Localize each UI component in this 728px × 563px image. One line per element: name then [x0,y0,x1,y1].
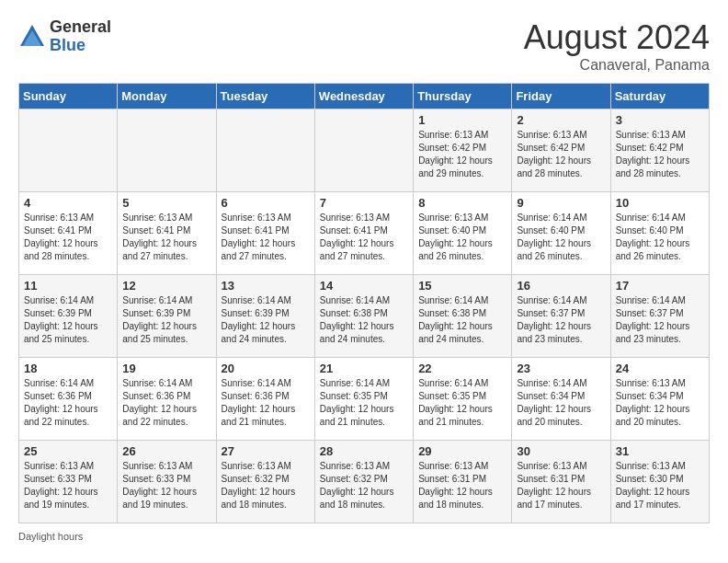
calendar-cell: 14Sunrise: 6:14 AM Sunset: 6:38 PM Dayli… [314,275,413,358]
calendar-week-row: 25Sunrise: 6:13 AM Sunset: 6:33 PM Dayli… [19,441,710,523]
day-number: 21 [320,362,408,375]
calendar-cell: 21Sunrise: 6:14 AM Sunset: 6:35 PM Dayli… [314,358,413,441]
day-header-saturday: Saturday [610,84,709,109]
calendar-week-row: 18Sunrise: 6:14 AM Sunset: 6:36 PM Dayli… [19,358,710,441]
day-info: Sunrise: 6:14 AM Sunset: 6:38 PM Dayligh… [418,294,506,346]
day-info: Sunrise: 6:13 AM Sunset: 6:42 PM Dayligh… [616,129,704,180]
day-info: Sunrise: 6:14 AM Sunset: 6:34 PM Dayligh… [517,377,605,429]
calendar-cell: 30Sunrise: 6:13 AM Sunset: 6:31 PM Dayli… [512,441,610,523]
calendar-cell [19,109,118,192]
day-info: Sunrise: 6:13 AM Sunset: 6:32 PM Dayligh… [320,460,408,511]
calendar-cell: 29Sunrise: 6:13 AM Sunset: 6:31 PM Dayli… [414,441,512,523]
day-number: 11 [24,279,112,293]
day-number: 5 [122,196,210,210]
location: Canaveral, Panama [524,57,710,74]
day-info: Sunrise: 6:14 AM Sunset: 6:36 PM Dayligh… [222,377,310,429]
title-block: August 2024 Canaveral, Panama [524,18,710,74]
day-info: Sunrise: 6:13 AM Sunset: 6:42 PM Dayligh… [517,129,605,180]
day-info: Sunrise: 6:13 AM Sunset: 6:40 PM Dayligh… [418,212,506,263]
day-info: Sunrise: 6:13 AM Sunset: 6:41 PM Dayligh… [320,212,408,263]
day-number: 13 [222,279,310,293]
day-header-sunday: Sunday [19,84,118,109]
day-number: 15 [418,279,506,293]
calendar-cell [118,109,216,192]
day-info: Sunrise: 6:14 AM Sunset: 6:36 PM Dayligh… [24,377,112,429]
calendar-cell: 2Sunrise: 6:13 AM Sunset: 6:42 PM Daylig… [512,109,610,192]
calendar-cell: 1Sunrise: 6:13 AM Sunset: 6:42 PM Daylig… [414,109,512,192]
calendar-table: SundayMondayTuesdayWednesdayThursdayFrid… [18,83,710,523]
day-info: Sunrise: 6:14 AM Sunset: 6:38 PM Dayligh… [320,294,408,346]
calendar-cell: 18Sunrise: 6:14 AM Sunset: 6:36 PM Dayli… [19,358,118,441]
day-info: Sunrise: 6:14 AM Sunset: 6:35 PM Dayligh… [320,377,408,429]
calendar-cell: 24Sunrise: 6:13 AM Sunset: 6:34 PM Dayli… [610,358,709,441]
day-info: Sunrise: 6:13 AM Sunset: 6:41 PM Dayligh… [24,212,112,263]
day-number: 18 [24,362,112,375]
day-number: 25 [24,444,112,458]
day-info: Sunrise: 6:14 AM Sunset: 6:37 PM Dayligh… [517,294,605,346]
day-number: 17 [616,279,704,293]
day-header-thursday: Thursday [414,84,512,109]
calendar-cell: 20Sunrise: 6:14 AM Sunset: 6:36 PM Dayli… [216,358,314,441]
calendar-cell: 26Sunrise: 6:13 AM Sunset: 6:33 PM Dayli… [118,441,216,523]
page-header: General Blue August 2024 Canaveral, Pana… [18,18,710,74]
day-number: 28 [320,444,408,458]
calendar-cell: 19Sunrise: 6:14 AM Sunset: 6:36 PM Dayli… [118,358,216,441]
day-number: 8 [418,196,506,210]
day-number: 24 [616,362,704,375]
day-number: 16 [517,279,605,293]
day-number: 10 [616,196,704,210]
day-header-wednesday: Wednesday [314,84,413,109]
calendar-cell: 10Sunrise: 6:14 AM Sunset: 6:40 PM Dayli… [610,192,709,275]
day-info: Sunrise: 6:13 AM Sunset: 6:30 PM Dayligh… [616,460,704,511]
day-info: Sunrise: 6:13 AM Sunset: 6:34 PM Dayligh… [616,377,704,429]
calendar-cell: 11Sunrise: 6:14 AM Sunset: 6:39 PM Dayli… [19,275,118,358]
calendar-cell: 5Sunrise: 6:13 AM Sunset: 6:41 PM Daylig… [118,192,216,275]
calendar-cell: 17Sunrise: 6:14 AM Sunset: 6:37 PM Dayli… [610,275,709,358]
calendar-cell: 4Sunrise: 6:13 AM Sunset: 6:41 PM Daylig… [19,192,118,275]
month-year: August 2024 [524,18,710,57]
day-info: Sunrise: 6:13 AM Sunset: 6:33 PM Dayligh… [122,460,210,511]
day-number: 30 [517,444,605,458]
day-info: Sunrise: 6:13 AM Sunset: 6:32 PM Dayligh… [222,460,310,511]
day-info: Sunrise: 6:13 AM Sunset: 6:41 PM Dayligh… [122,212,210,263]
day-header-friday: Friday [512,84,610,109]
day-info: Sunrise: 6:13 AM Sunset: 6:41 PM Dayligh… [222,212,310,263]
footer: Daylight hours [18,531,710,542]
calendar-cell: 12Sunrise: 6:14 AM Sunset: 6:39 PM Dayli… [118,275,216,358]
logo-blue: Blue [50,37,111,55]
day-info: Sunrise: 6:14 AM Sunset: 6:39 PM Dayligh… [24,294,112,346]
day-info: Sunrise: 6:14 AM Sunset: 6:40 PM Dayligh… [517,212,605,263]
day-number: 20 [222,362,310,375]
calendar-cell: 3Sunrise: 6:13 AM Sunset: 6:42 PM Daylig… [610,109,709,192]
calendar-week-row: 4Sunrise: 6:13 AM Sunset: 6:41 PM Daylig… [19,192,710,275]
calendar-cell: 15Sunrise: 6:14 AM Sunset: 6:38 PM Dayli… [414,275,512,358]
calendar-cell: 23Sunrise: 6:14 AM Sunset: 6:34 PM Dayli… [512,358,610,441]
day-number: 4 [24,196,112,210]
day-number: 29 [418,444,506,458]
day-info: Sunrise: 6:13 AM Sunset: 6:33 PM Dayligh… [24,460,112,511]
day-number: 9 [517,196,605,210]
day-number: 14 [320,279,408,293]
calendar-cell: 27Sunrise: 6:13 AM Sunset: 6:32 PM Dayli… [216,441,314,523]
days-header-row: SundayMondayTuesdayWednesdayThursdayFrid… [19,84,710,109]
day-info: Sunrise: 6:14 AM Sunset: 6:35 PM Dayligh… [418,377,506,429]
day-info: Sunrise: 6:14 AM Sunset: 6:39 PM Dayligh… [122,294,210,346]
logo-general: General [50,18,111,37]
calendar-week-row: 11Sunrise: 6:14 AM Sunset: 6:39 PM Dayli… [19,275,710,358]
day-number: 7 [320,196,408,210]
day-number: 31 [616,444,704,458]
daylight-label: Daylight hours [18,531,83,542]
day-number: 19 [122,362,210,375]
day-header-monday: Monday [118,84,216,109]
day-number: 6 [222,196,310,210]
day-number: 2 [517,113,605,127]
calendar-cell: 25Sunrise: 6:13 AM Sunset: 6:33 PM Dayli… [19,441,118,523]
calendar-week-row: 1Sunrise: 6:13 AM Sunset: 6:42 PM Daylig… [19,109,710,192]
logo-text: General Blue [50,18,111,55]
day-info: Sunrise: 6:14 AM Sunset: 6:36 PM Dayligh… [122,377,210,429]
calendar-cell [216,109,314,192]
day-number: 22 [418,362,506,375]
day-info: Sunrise: 6:14 AM Sunset: 6:37 PM Dayligh… [616,294,704,346]
day-info: Sunrise: 6:13 AM Sunset: 6:31 PM Dayligh… [517,460,605,511]
day-number: 12 [122,279,210,293]
